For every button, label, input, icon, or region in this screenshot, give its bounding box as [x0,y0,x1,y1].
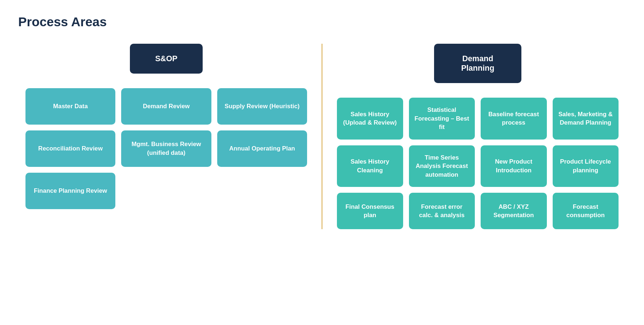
sop-section: S&OP Master Data Demand Review Supply Re… [18,44,322,229]
tile-sales-history-upload[interactable]: Sales History (Upload & Review) [337,98,403,140]
dp-row-3: Final Consensus plan Forecast error calc… [337,193,619,229]
tile-supply-review[interactable]: Supply Review (Heuristic) [217,88,307,125]
tile-forecast-consumption[interactable]: Forecast consumption [553,193,619,229]
tile-sales-history-cleaning[interactable]: Sales History Cleaning [337,145,403,187]
tile-reconciliation-review[interactable]: Reconciliation Review [25,130,115,167]
tile-final-consensus-plan[interactable]: Final Consensus plan [337,193,403,229]
demand-planning-section: Demand Planning Sales History (Upload & … [322,44,626,229]
dp-row-2: Sales History Cleaning Time Series Analy… [337,145,619,187]
page-title: Process Areas [18,15,626,29]
sop-header: S&OP [130,44,203,74]
sop-grid: Master Data Demand Review Supply Review … [25,88,307,209]
tile-product-lifecycle-planning[interactable]: Product Lifecycle planning [553,145,619,187]
tile-annual-operating-plan[interactable]: Annual Operating Plan [217,130,307,167]
tile-demand-review[interactable]: Demand Review [121,88,211,125]
tile-sales-marketing-demand[interactable]: Sales, Marketing & Demand Planning [553,98,619,140]
demand-planning-grid: Sales History (Upload & Review) Statisti… [337,98,619,229]
tile-finance-planning-review[interactable]: Finance Planning Review [25,173,115,209]
sop-row-1: Master Data Demand Review Supply Review … [25,88,307,125]
sop-row-3: Finance Planning Review [25,173,307,209]
tile-mgmt-business-review[interactable]: Mgmt. Business Review (unified data) [121,130,211,167]
tile-master-data[interactable]: Master Data [25,88,115,125]
tile-baseline-forecast-process[interactable]: Baseline forecast process [481,98,547,140]
demand-planning-header: Demand Planning [434,44,521,83]
dp-row-1: Sales History (Upload & Review) Statisti… [337,98,619,140]
tile-statistical-forecasting[interactable]: Statistical Forecasting – Best fit [409,98,475,140]
main-layout: S&OP Master Data Demand Review Supply Re… [18,44,626,229]
tile-abc-xyz-segmentation[interactable]: ABC / XYZ Segmentation [481,193,547,229]
sop-row-2: Reconciliation Review Mgmt. Business Rev… [25,130,307,167]
tile-forecast-error-calc[interactable]: Forecast error calc. & analysis [409,193,475,229]
tile-new-product-introduction[interactable]: New Product Introduction [481,145,547,187]
tile-time-series-analysis[interactable]: Time Series Analysis Forecast automation [409,145,475,187]
